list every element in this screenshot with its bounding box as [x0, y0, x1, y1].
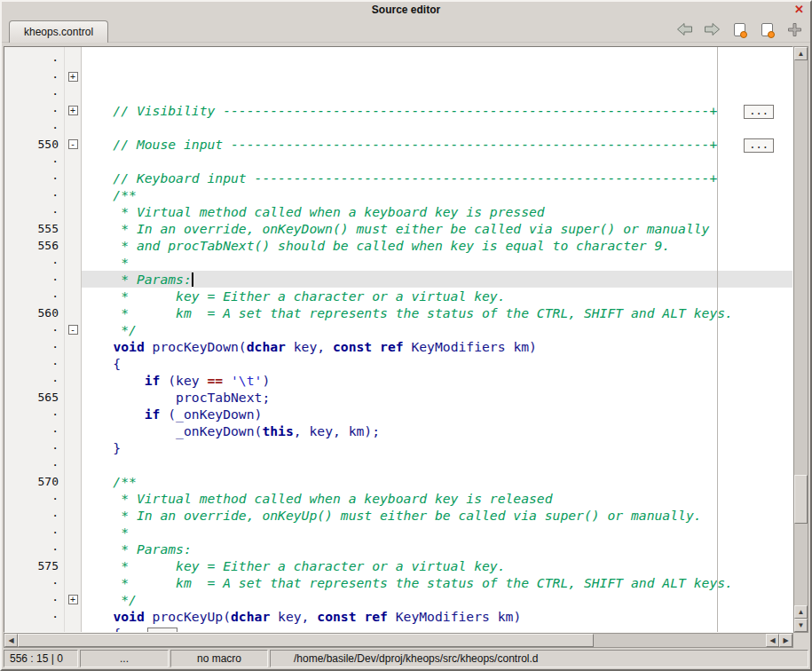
arrow-right-icon: ▶	[783, 636, 788, 644]
fold-gutter-row	[65, 439, 81, 456]
line-dot: ·	[4, 338, 59, 355]
code-line[interactable]: }	[82, 439, 792, 456]
fold-expand-icon[interactable]: +	[68, 595, 78, 604]
line-dot: ·	[4, 591, 59, 608]
scroll-right-button[interactable]: ▶	[779, 634, 792, 647]
fold-expand-icon[interactable]: +	[68, 106, 78, 115]
code-line[interactable]: */	[82, 321, 792, 338]
current-code-line[interactable]: * Params:	[82, 271, 792, 288]
code-line[interactable]: * and procTabNext() should be called whe…	[82, 237, 792, 254]
line-dot: ·	[4, 524, 59, 541]
vertical-scroll-track[interactable]	[794, 60, 808, 605]
line-dot: ·	[4, 271, 59, 288]
close-icon[interactable]: ✕	[794, 2, 804, 18]
line-number-gutter: ·····550····555556···560····565····570··…	[4, 47, 65, 632]
code-line[interactable]: * key = Either a character or a virtual …	[82, 288, 792, 304]
code-area[interactable]: // Visibility --------------------------…	[82, 47, 792, 632]
code-line[interactable]: * In an override, onKeyDown() must eithe…	[82, 220, 792, 237]
fold-gutter-row	[65, 51, 81, 68]
fold-gutter-row	[65, 422, 81, 439]
move-handle-button[interactable]	[785, 21, 803, 37]
fold-collapse-icon[interactable]: -	[68, 325, 78, 335]
text-caret	[192, 272, 193, 287]
arrow-down-icon: ▼	[798, 621, 805, 629]
code-line[interactable]: /**	[82, 186, 792, 203]
line-number: 575	[4, 557, 59, 574]
fold-gutter-row	[65, 557, 81, 574]
code-line[interactable]	[82, 119, 792, 136]
folded-code-ellipsis[interactable]: ...	[744, 105, 774, 119]
code-line[interactable]: */	[82, 591, 792, 608]
code-line[interactable]: * km = A set that represents the status …	[82, 574, 792, 591]
horizontal-scrollbar[interactable]: ◀ ◀ ▶	[4, 633, 793, 648]
code-line[interactable]: *	[82, 254, 792, 271]
fold-gutter-row	[65, 220, 81, 237]
arrow-up-icon: ▲	[798, 608, 805, 616]
fold-gutter-row: +	[65, 68, 81, 85]
code-line[interactable]: *	[82, 524, 792, 541]
folded-code-ellipsis[interactable]: ...	[147, 628, 177, 632]
document-modified-button-a[interactable]	[730, 21, 748, 37]
vertical-scrollbar[interactable]: ▲ ▲ ▼	[793, 46, 808, 633]
scroll-up-button[interactable]: ▲	[794, 47, 808, 60]
line-dot: ·	[4, 203, 59, 220]
titlebar[interactable]: Source editor ✕	[2, 2, 810, 18]
scroll-left-button-right[interactable]: ◀	[766, 634, 779, 647]
code-line[interactable]: * Virtual method called when a keyboard …	[82, 203, 792, 220]
fold-gutter-row	[65, 473, 81, 490]
fold-collapse-icon[interactable]: -	[68, 139, 78, 149]
code-line[interactable]: /**	[82, 473, 792, 490]
fold-gutter-row	[65, 85, 81, 102]
folded-code-ellipsis[interactable]: ...	[744, 138, 774, 153]
fold-gutter-row	[65, 288, 81, 304]
line-dot: ·	[4, 507, 59, 524]
code-line[interactable]: // Keyboard input ----------------------…	[82, 170, 792, 186]
tab-label: kheops.control	[24, 26, 93, 38]
status-panel-secondary: ...	[80, 650, 169, 667]
tab-kheops-control[interactable]: kheops.control	[9, 20, 108, 43]
scroll-up-button-bottom[interactable]: ▲	[794, 605, 808, 619]
code-line[interactable]	[82, 153, 792, 170]
fold-gutter-row	[65, 271, 81, 288]
fold-gutter-row	[65, 541, 81, 557]
code-line[interactable]: void procKeyUp(dchar key, const ref KeyM…	[82, 608, 792, 625]
document-modified-button-b[interactable]	[758, 21, 776, 37]
horizontal-scroll-track[interactable]	[18, 634, 766, 647]
code-line[interactable]: if (key == '\t')	[82, 372, 792, 389]
code-line[interactable]	[82, 456, 792, 473]
code-line[interactable]: // Mouse input -------------------------…	[82, 136, 792, 153]
code-line[interactable]: * km = A set that represents the status …	[82, 304, 792, 321]
code-line[interactable]: * key = Either a character or a virtual …	[82, 557, 792, 574]
code-line[interactable]: {...	[82, 625, 792, 632]
code-line[interactable]: * In an override, onKeyUp() must either …	[82, 507, 792, 524]
line-dot: ·	[4, 625, 59, 632]
orange-dot-icon	[768, 31, 775, 38]
line-dot: ·	[4, 490, 59, 507]
code-line[interactable]: if (_onKeyDown)	[82, 406, 792, 422]
line-dot: ·	[4, 608, 59, 625]
line-dot: ·	[4, 254, 59, 271]
navigate-forward-button[interactable]	[703, 21, 721, 37]
file-path-panel: /home/basile/Dev/dproj/kheops/src/kheops…	[270, 650, 808, 667]
code-line[interactable]: {	[82, 355, 792, 372]
code-line[interactable]: void procKeyDown(dchar key, const ref Ke…	[82, 338, 792, 355]
fold-gutter-row	[65, 625, 81, 632]
vertical-scroll-thumb[interactable]	[794, 475, 808, 524]
code-lines: // Visibility --------------------------…	[82, 85, 792, 632]
horizontal-scroll-thumb[interactable]	[18, 634, 594, 647]
scroll-left-button[interactable]: ◀	[4, 634, 18, 647]
navigate-back-button[interactable]	[675, 21, 693, 37]
fold-gutter-row	[65, 608, 81, 625]
code-line[interactable]: * Virtual method called when a keyboard …	[82, 490, 792, 507]
code-line[interactable]	[82, 85, 792, 102]
code-line[interactable]: // Visibility --------------------------…	[82, 102, 792, 119]
line-dot: ·	[4, 574, 59, 591]
line-dot: ·	[4, 51, 59, 68]
code-line[interactable]: _onKeyDown(this, key, km);	[82, 422, 792, 439]
code-line[interactable]: * Params:	[82, 541, 792, 557]
fold-gutter-row	[65, 186, 81, 203]
code-line[interactable]: procTabNext;	[82, 389, 792, 406]
scroll-down-button[interactable]: ▼	[794, 619, 808, 632]
source-editor-window: Source editor ✕ kheops.control	[0, 0, 812, 671]
fold-expand-icon[interactable]: +	[68, 72, 78, 82]
